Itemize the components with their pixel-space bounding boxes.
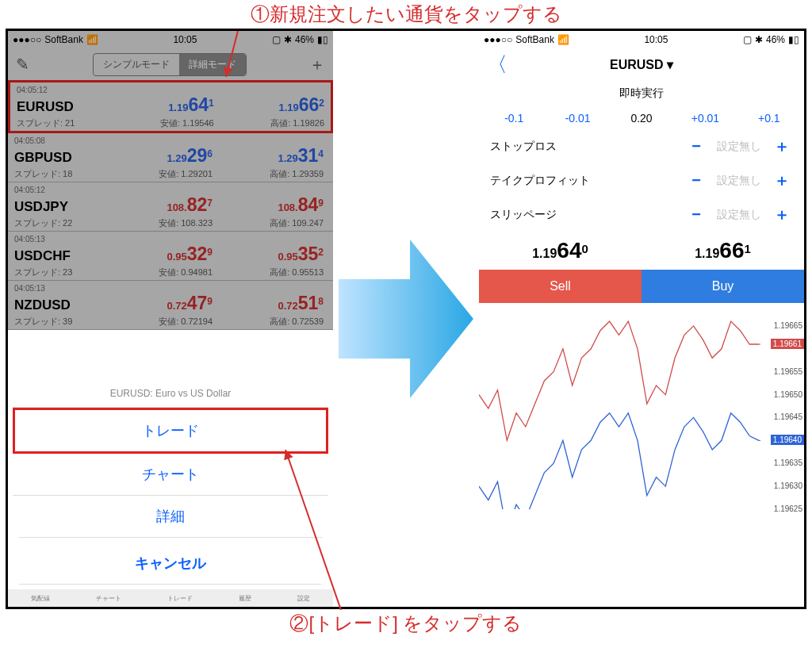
execution-mode-label[interactable]: 即時実行 [479,80,804,107]
edit-icon[interactable]: ✎ [16,55,29,74]
quote-low: 安値: 1.29201 [102,168,213,180]
quote-spread: スプレッド: 22 [14,217,102,229]
clock-label: 10:05 [173,34,197,45]
y-tick-label: 1.19625 [774,504,802,513]
quote-high: 高値: 1.29359 [213,168,324,180]
sheet-btn-detail[interactable]: 詳細 [13,496,328,538]
dimmed-layer: ●●●○○SoftBank📶 10:05 ▢✱46%▮▯ ✎ シンプルモード 詳… [8,31,333,330]
mode-segmented[interactable]: シンプルモード 詳細モード [93,53,247,76]
sell-buy-buttons: Sell Buy [479,270,804,303]
bid-price-tag: 1.19640 [771,435,804,445]
bid-price: 1.19640 [479,238,642,263]
transition-arrow-icon [339,240,473,398]
quote-ask: 1.19662 [214,94,324,116]
status-bar-left: ●●●○○SoftBank📶 10:05 ▢✱46%▮▯ [8,31,333,48]
add-icon[interactable]: ＋ [309,54,325,75]
tutorial-frame: ●●●○○SoftBank📶 10:05 ▢✱46%▮▯ ✎ シンプルモード 詳… [6,29,806,609]
volume-minus-0.01[interactable]: -0.01 [546,112,609,125]
quote-spread: スプレッド: 23 [14,267,102,278]
mode-detail[interactable]: 詳細モード [179,54,246,75]
param-plus-button[interactable]: ＋ [771,136,793,157]
param-row: テイクプロフィット−設定無し＋ [479,163,804,198]
mode-simple[interactable]: シンプルモード [94,54,179,75]
svg-marker-0 [339,240,473,398]
tab-チャート[interactable]: チャート [96,594,121,603]
quote-low: 安値: 108.323 [102,217,213,229]
y-tick-label: 1.19635 [774,458,802,467]
signal-dots-icon: ●●●○○ [13,34,41,45]
quote-ask: 1.29314 [213,145,324,167]
quote-spread: スプレッド: 21 [17,117,103,129]
quote-row-USDJPY[interactable]: 04:05:12USDJPY108.827108.849スプレッド: 22安値:… [8,182,333,232]
sheet-btn-trade[interactable]: トレード [13,408,328,454]
status-bar-right: ●●●○○SoftBank📶 10:05 ▢✱46%▮▯ [479,31,804,48]
annotation-bottom: ②[トレード] をタップする [0,609,812,638]
quote-row-USDCHF[interactable]: 04:05:13USDCHF0.953290.95352スプレッド: 23安値:… [8,232,333,281]
quote-timestamp: 04:05:12 [17,86,324,94]
quote-bid: 0.72479 [102,293,213,314]
back-icon[interactable]: 〈 [487,51,508,79]
quote-row-NZDUSD[interactable]: 04:05:13NZDUSD0.724790.72518スプレッド: 39安値:… [8,281,333,330]
sell-button[interactable]: Sell [479,270,642,303]
param-value[interactable]: 設定無し [707,174,771,188]
clock-label: 10:05 [644,34,668,45]
quote-bid: 0.95329 [102,244,213,265]
param-plus-button[interactable]: ＋ [771,204,793,225]
tab-履歴[interactable]: 履歴 [239,594,251,603]
wifi-icon: 📶 [557,34,569,45]
tab-設定[interactable]: 設定 [297,594,310,603]
volume-plus-0.01[interactable]: +0.01 [673,112,737,125]
quote-timestamp: 04:05:13 [14,235,327,244]
arrow-column [333,31,479,607]
y-tick-label: 1.19650 [774,390,802,399]
param-value[interactable]: 設定無し [707,208,771,222]
quote-row-GBPUSD[interactable]: 04:05:08GBPUSD1.292961.29314スプレッド: 18安値:… [8,133,333,182]
quote-timestamp: 04:05:12 [14,186,327,194]
battery-pct: 46% [766,34,785,45]
quote-ask: 0.95352 [213,244,324,265]
carrier-label: SoftBank [515,34,554,45]
quote-row-EURUSD[interactable]: 04:05:12EURUSD1.196411.19662スプレッド: 21安値:… [8,80,333,133]
quote-bid: 1.19641 [103,94,213,116]
volume-minus-0.1[interactable]: -0.1 [482,112,546,125]
quote-high: 高値: 0.95513 [213,267,324,278]
wifi-icon: 📶 [86,34,98,45]
battery-icon: ▮▯ [788,34,799,45]
buy-button[interactable]: Buy [642,270,804,303]
quote-ask: 108.849 [213,194,324,216]
tab-気配値[interactable]: 気配値 [31,594,50,603]
param-minus-button[interactable]: − [685,205,707,224]
quote-high: 高値: 109.247 [213,217,324,229]
ask-price-tag: 1.19661 [771,339,804,349]
sheet-btn-cancel[interactable]: キャンセル [13,543,328,585]
volume-value[interactable]: 0.20 [610,112,673,125]
param-row: スリッページ−設定無し＋ [479,198,804,232]
param-value[interactable]: 設定無し [707,140,771,154]
sheet-btn-chart[interactable]: チャート [13,454,328,496]
quote-symbol: NZDUSD [14,297,102,313]
symbol-title[interactable]: EURUSD ▾ [610,57,673,72]
quote-timestamp: 04:05:08 [14,136,327,145]
param-label: ストップロス [490,140,685,154]
param-label: スリッページ [490,208,685,222]
param-minus-button[interactable]: − [685,171,707,190]
airplay-icon: ▢ [743,34,752,45]
tick-chart [479,303,760,509]
quotes-list: 04:05:12EURUSD1.196411.19662スプレッド: 21安値:… [8,80,333,330]
quote-bid: 1.29296 [102,145,213,167]
sheet-title: EURUSD: Euro vs US Dollar [13,380,328,408]
big-prices: 1.19640 1.19661 [479,232,804,270]
ask-price: 1.19661 [642,238,804,263]
battery-pct: 46% [295,34,314,45]
order-navbar: 〈 EURUSD ▾ [479,48,804,80]
quote-symbol: USDCHF [14,248,102,264]
tabbar-left: 気配値チャートトレード履歴設定 [8,589,333,607]
quote-symbol: GBPUSD [14,150,102,166]
volume-plus-0.1[interactable]: +0.1 [737,112,801,125]
param-label: テイクプロフィット [490,174,685,188]
tab-トレード[interactable]: トレード [167,594,193,603]
order-params: ストップロス−設定無し＋テイクプロフィット−設定無し＋スリッページ−設定無し＋ [479,129,804,232]
action-sheet: EURUSD: Euro vs US Dollar トレード チャート 詳細 キ… [13,380,328,589]
param-plus-button[interactable]: ＋ [771,170,793,191]
param-minus-button[interactable]: − [685,137,707,155]
